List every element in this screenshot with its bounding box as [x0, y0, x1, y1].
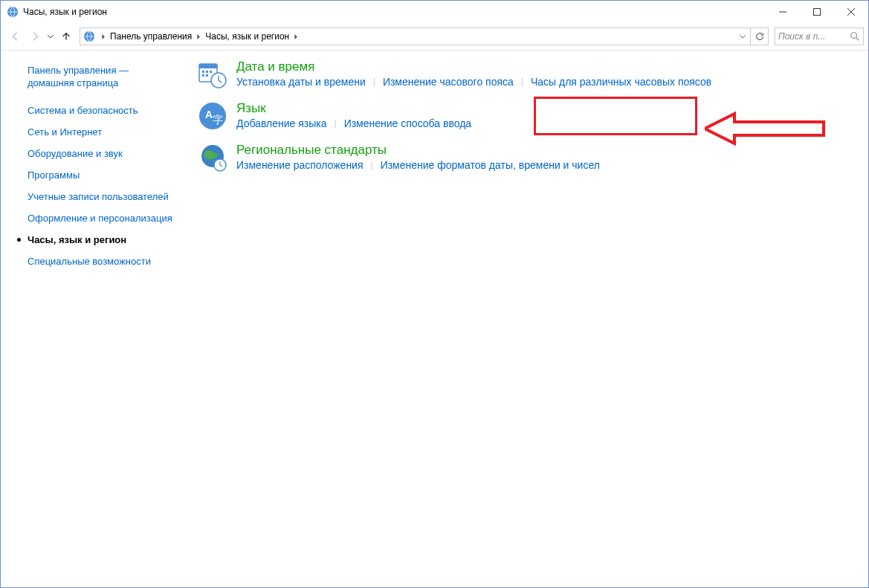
search-input[interactable]: Поиск в п... [775, 28, 864, 45]
separator: | [373, 77, 375, 87]
clock-calendar-icon [198, 59, 227, 89]
link-change-timezone[interactable]: Изменение часового пояса [383, 76, 514, 88]
language-icon: A 字 [198, 101, 227, 131]
chevron-right-icon[interactable] [98, 28, 109, 45]
category-title[interactable]: Язык [236, 101, 471, 116]
sidebar-item-system-security[interactable]: Система и безопасность [28, 104, 177, 117]
search-icon [850, 31, 860, 42]
nav-forward-button[interactable] [26, 28, 44, 45]
address-bar-icon [83, 30, 95, 42]
breadcrumb-root[interactable]: Панель управления [109, 28, 193, 45]
link-additional-clocks[interactable]: Часы для различных часовых поясов [531, 76, 711, 88]
minimize-button[interactable] [766, 1, 800, 23]
link-set-date-time[interactable]: Установка даты и времени [236, 76, 366, 88]
sidebar-item-network-internet[interactable]: Сеть и Интернет [28, 126, 177, 138]
sidebar-item-programs[interactable]: Программы [28, 169, 177, 181]
svg-point-3 [851, 33, 857, 39]
title-bar: Часы, язык и регион [1, 1, 868, 23]
link-change-input-method[interactable]: Изменение способа ввода [344, 117, 471, 129]
svg-text:字: 字 [213, 114, 223, 126]
svg-rect-7 [206, 71, 208, 73]
window-controls [766, 1, 868, 23]
link-add-language[interactable]: Добавление языка [236, 117, 327, 129]
nav-up-button[interactable] [57, 28, 75, 45]
category-region: Региональные стандарты Изменение располо… [198, 143, 853, 172]
sidebar-item-hardware-sound[interactable]: Оборудование и звук [28, 147, 177, 160]
sidebar-item-clock-language-region[interactable]: Часы, язык и регион [28, 233, 177, 246]
maximize-button[interactable] [800, 1, 834, 23]
breadcrumb-current[interactable]: Часы, язык и регион [204, 28, 291, 45]
chevron-right-icon[interactable] [193, 28, 204, 45]
address-bar[interactable]: Панель управления Часы, язык и регион [80, 28, 769, 45]
window-title: Часы, язык и регион [23, 7, 107, 17]
separator: | [371, 160, 373, 170]
nav-back-button[interactable] [7, 28, 25, 45]
address-dropdown[interactable] [735, 28, 750, 45]
close-button[interactable] [834, 1, 868, 23]
sidebar: Панель управления — домашняя страница Си… [1, 51, 183, 587]
svg-rect-8 [210, 71, 212, 73]
category-language: A 字 Язык Добавление языка | Изменение сп… [198, 101, 853, 131]
app-icon [7, 6, 19, 18]
separator: | [521, 77, 523, 87]
content-area: Дата и время Установка даты и времени | … [183, 51, 868, 587]
category-title[interactable]: Региональные стандарты [236, 143, 600, 158]
chevron-right-icon[interactable] [291, 28, 301, 45]
svg-rect-6 [202, 71, 204, 73]
link-change-location[interactable]: Изменение расположения [236, 159, 364, 171]
sidebar-item-appearance[interactable]: Оформление и персонализация [28, 212, 177, 224]
sidebar-item-user-accounts[interactable]: Учетные записи пользователей [28, 190, 177, 203]
search-placeholder: Поиск в п... [778, 31, 847, 42]
nav-bar: Панель управления Часы, язык и регион По… [1, 23, 868, 50]
region-globe-icon [198, 143, 227, 172]
svg-rect-5 [199, 64, 217, 68]
sidebar-home-link[interactable]: Панель управления — домашняя страница [28, 64, 177, 89]
sidebar-item-accessibility[interactable]: Специальные возможности [28, 255, 177, 268]
category-date-time: Дата и время Установка даты и времени | … [198, 59, 853, 89]
svg-rect-9 [202, 74, 204, 77]
link-change-formats[interactable]: Изменение форматов даты, времени и чисел [381, 159, 600, 171]
nav-recent-dropdown[interactable] [45, 35, 56, 39]
separator: | [335, 118, 337, 129]
svg-rect-1 [814, 9, 821, 16]
category-title[interactable]: Дата и время [236, 59, 711, 74]
svg-rect-10 [206, 74, 208, 77]
refresh-button[interactable] [750, 28, 768, 45]
svg-text:A: A [205, 109, 213, 120]
